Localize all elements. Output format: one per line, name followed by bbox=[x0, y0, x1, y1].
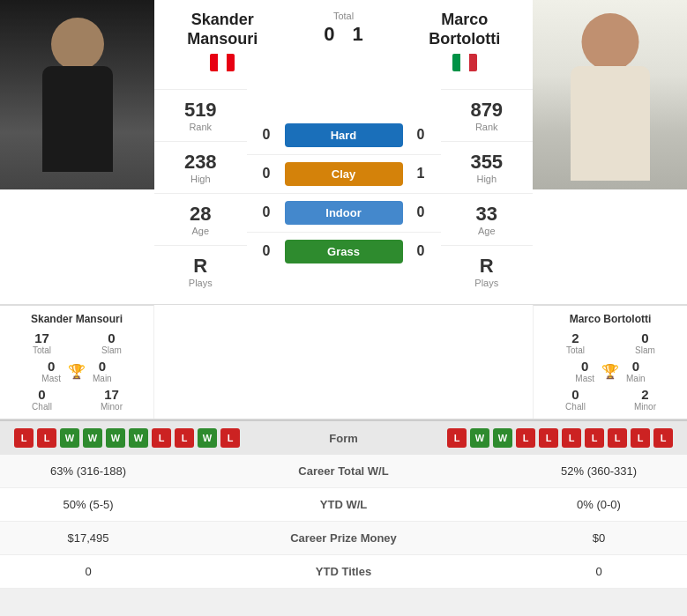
form-center-label: Form bbox=[291, 432, 397, 445]
player-left-detail-grid: 17 Total 0 Slam bbox=[9, 330, 145, 355]
surface-clay-badge: Clay bbox=[285, 162, 403, 186]
stats-center-2: Career Prize Money bbox=[176, 522, 511, 555]
right-minor: 2 Minor bbox=[612, 387, 678, 412]
right-main: 0 Main bbox=[626, 359, 646, 383]
stats-left-2: $17,495 bbox=[0, 522, 176, 555]
left-total: 17 Total bbox=[9, 330, 75, 355]
right-plays-block: R Plays bbox=[441, 245, 534, 297]
stats-left-0: 63% (316-188) bbox=[0, 455, 176, 488]
player-left-detail-grid2: 0 Chall 17 Minor bbox=[9, 387, 145, 412]
right-plays-label: Plays bbox=[445, 278, 529, 288]
detail-center-spacer bbox=[154, 305, 533, 419]
right-rank-label: Rank bbox=[445, 122, 529, 132]
stats-center-3: YTD Titles bbox=[176, 555, 511, 589]
player-left-label: Skander Mansouri bbox=[9, 313, 145, 325]
player-right-detail-grid: 2 Total 0 Slam bbox=[542, 330, 678, 355]
right-slam: 0 Slam bbox=[612, 330, 678, 355]
form-left-badge-7: L bbox=[175, 428, 194, 448]
left-minor-value: 17 bbox=[78, 387, 145, 402]
left-chall-label: Chall bbox=[9, 402, 75, 412]
stats-table: 63% (316-188)Career Total W/L52% (360-33… bbox=[0, 455, 687, 589]
left-age-block: 28 Age bbox=[154, 193, 247, 245]
stats-left-1: 50% (5-5) bbox=[0, 488, 176, 522]
left-trophy-icon: 🏆 bbox=[68, 363, 86, 380]
right-age-label: Age bbox=[445, 226, 529, 236]
left-main-label: Main bbox=[93, 374, 112, 383]
player-detail-section: Skander Mansouri 17 Total 0 Slam 0 Mast … bbox=[0, 305, 687, 419]
form-left-badge-5: W bbox=[129, 428, 148, 448]
form-right-badge-9: L bbox=[653, 428, 673, 448]
left-high-label: High bbox=[159, 174, 243, 184]
stats-row-0: 63% (316-188)Career Total W/L52% (360-33… bbox=[0, 455, 687, 488]
left-chall: 0 Chall bbox=[9, 387, 75, 412]
right-minor-label: Minor bbox=[612, 402, 678, 412]
names-row: Skander Mansouri Total 0 1 Marco Bortol bbox=[154, 0, 533, 82]
form-left-badge-9: L bbox=[220, 428, 240, 448]
right-age-value: 33 bbox=[445, 203, 529, 226]
player-left-photo bbox=[0, 0, 154, 189]
stats-row-2: $17,495Career Prize Money$0 bbox=[0, 522, 687, 555]
surface-indoor-left: 0 bbox=[256, 204, 278, 220]
right-slam-label: Slam bbox=[612, 345, 678, 355]
score-label: Total bbox=[333, 11, 354, 21]
stats-row-3: 0YTD Titles0 bbox=[0, 555, 687, 589]
right-mast-value: 0 bbox=[575, 359, 594, 374]
player-left-name: Skander Mansouri bbox=[154, 11, 291, 48]
form-left-badge-3: W bbox=[83, 428, 102, 448]
form-right-badge-4: L bbox=[539, 428, 558, 448]
right-high-value: 355 bbox=[445, 151, 529, 174]
left-total-label: Total bbox=[9, 345, 75, 355]
form-right-badge-6: L bbox=[585, 428, 604, 448]
left-age-label: Age bbox=[159, 226, 243, 236]
left-chall-value: 0 bbox=[9, 387, 75, 402]
surface-clay-left: 0 bbox=[256, 166, 278, 182]
left-mast: 0 Mast bbox=[41, 359, 61, 383]
left-slam: 0 Slam bbox=[78, 330, 145, 355]
left-total-value: 17 bbox=[9, 330, 75, 345]
left-rank-value: 519 bbox=[159, 99, 243, 122]
form-right-badge-1: W bbox=[470, 428, 489, 448]
right-minor-value: 2 bbox=[612, 387, 678, 402]
stats-right-3: 0 bbox=[511, 555, 687, 589]
player-right-stats: 879 Rank 355 High 33 Age R Plays bbox=[441, 82, 534, 304]
stats-section: 519 Rank 238 High 28 Age R Plays bbox=[154, 82, 533, 304]
right-mast: 0 Mast bbox=[575, 359, 594, 383]
left-slam-label: Slam bbox=[78, 345, 145, 355]
left-plays-block: R Plays bbox=[154, 245, 247, 297]
player-right-label: Marco Bortolotti bbox=[542, 313, 678, 325]
form-right-badge-7: L bbox=[608, 428, 627, 448]
right-plays-value: R bbox=[445, 255, 529, 278]
surface-clay-row: 0 Clay 1 bbox=[247, 154, 441, 193]
surface-clay-right: 1 bbox=[410, 166, 432, 182]
right-total-label: Total bbox=[542, 345, 609, 355]
score-right: 1 bbox=[353, 23, 363, 46]
surface-indoor-badge: Indoor bbox=[285, 201, 403, 225]
left-plays-value: R bbox=[159, 255, 243, 278]
form-right-badge-5: L bbox=[562, 428, 581, 448]
right-high-label: High bbox=[445, 174, 529, 184]
right-trophy-row: 0 Mast 🏆 0 Main bbox=[542, 359, 678, 383]
form-right-badge-8: L bbox=[631, 428, 650, 448]
left-main-value: 0 bbox=[93, 359, 112, 374]
score-left: 0 bbox=[324, 23, 334, 46]
right-main-label: Main bbox=[626, 374, 646, 383]
left-mast-label: Mast bbox=[41, 374, 61, 383]
stats-center-0: Career Total W/L bbox=[176, 455, 511, 488]
form-right-badge-2: W bbox=[493, 428, 512, 448]
form-right-badge-3: L bbox=[516, 428, 535, 448]
surface-grass-badge: Grass bbox=[285, 240, 403, 263]
right-chall-value: 0 bbox=[542, 387, 609, 402]
left-slam-value: 0 bbox=[78, 330, 145, 345]
flag-tn-icon bbox=[210, 54, 235, 71]
right-chall: 0 Chall bbox=[542, 387, 609, 412]
player-left-name-col: Skander Mansouri bbox=[154, 11, 291, 75]
left-trophy-row: 0 Mast 🏆 0 Main bbox=[9, 359, 145, 383]
form-right: LWWLLLLLLL bbox=[404, 428, 674, 448]
player-right-name-col: Marco Bortolotti bbox=[397, 11, 534, 75]
stats-left-3: 0 bbox=[0, 555, 176, 589]
left-minor: 17 Minor bbox=[78, 387, 145, 412]
form-left-badge-6: L bbox=[152, 428, 171, 448]
right-slam-value: 0 bbox=[612, 330, 678, 345]
surface-grass-row: 0 Grass 0 bbox=[247, 232, 441, 271]
top-section: Skander Mansouri Total 0 1 Marco Bortol bbox=[0, 0, 687, 305]
